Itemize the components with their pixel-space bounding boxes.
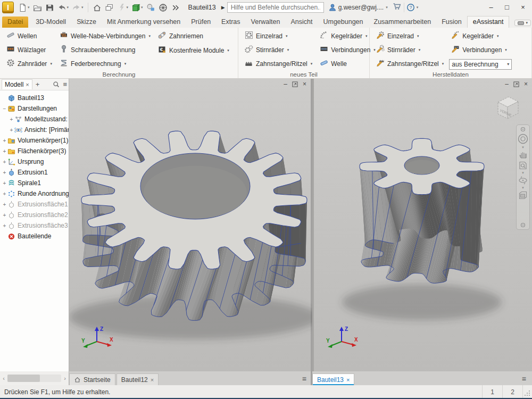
close-icon[interactable]: × [151, 377, 154, 383]
material-icon[interactable]: ▾ [130, 3, 144, 13]
more-commands-icon[interactable] [170, 3, 181, 13]
ribbon-tab-datei[interactable]: Datei [2, 16, 28, 28]
document-tab-bauteil13[interactable]: Bauteil13× [312, 373, 354, 385]
ribbon-tab-mit-anmerkung-versehen[interactable]: Mit Anmerkung versehen [102, 16, 186, 28]
zahnriemen-button[interactable]: Zahnriemen [156, 30, 231, 43]
tree-item-bauteil13[interactable]: Bauteil13 [0, 93, 69, 103]
tree-item-fl-chenk-rper-3[interactable]: +Flächenkörper(3) [0, 146, 69, 156]
expander-icon[interactable]: + [2, 212, 7, 218]
gear-small-icon[interactable] [520, 127, 526, 132]
expander-icon[interactable]: + [2, 180, 7, 186]
help-button[interactable]: ? ▾ [406, 3, 419, 12]
restore-button[interactable] [292, 81, 298, 87]
gear-small-icon[interactable] [520, 222, 526, 228]
status-pane-1[interactable]: 1 [482, 385, 502, 399]
minimize-button[interactable]: – [284, 81, 287, 87]
einzelrad-button[interactable]: Einzelrad▾ [374, 30, 446, 42]
tree-item-bauteilende[interactable]: Bauteilende [0, 231, 69, 242]
close-button[interactable]: × [303, 81, 306, 87]
kostenfreie-module-button[interactable]: €Kostenfreie Module▾ [156, 44, 231, 57]
expander-icon[interactable]: + [2, 191, 7, 197]
render-icon[interactable] [157, 3, 169, 13]
tree-item-ursprung[interactable]: +Ursprung [0, 156, 69, 167]
w-lzlager-button[interactable]: Wälzlager [4, 44, 54, 56]
minimize-button[interactable]: – [484, 2, 498, 13]
document-tab-bauteil12[interactable]: Bauteil12× [117, 373, 159, 385]
browser-horizontal-scrollbar[interactable]: ‹ › [0, 371, 69, 385]
store-cart-button[interactable] [392, 2, 402, 13]
pan-hand-icon[interactable] [518, 150, 528, 160]
einzelrad-button[interactable]: Einzelrad▾ [243, 30, 314, 42]
viewport-left[interactable]: – × Z Y X [69, 79, 312, 371]
ribbon-tab-eassistant[interactable]: eAssistant [467, 16, 510, 28]
tree-item-runde-anordnung1[interactable]: +Runde Anordnung1 [0, 188, 69, 199]
redo-icon[interactable]: ▾ [71, 3, 85, 13]
document-tab-startseite[interactable]: Startseite [69, 373, 115, 385]
zahnr-der-button[interactable]: Zahnräder▾ [4, 57, 54, 70]
expander-icon[interactable]: + [9, 127, 14, 133]
view-cube[interactable]: VORNE [491, 93, 525, 123]
close-icon[interactable]: × [26, 81, 29, 88]
ribbon-tab-skizze[interactable]: Skizze [71, 16, 102, 28]
tree-item-extrusionsfl-che2[interactable]: +Extrusionsfläche2 [0, 210, 69, 220]
tree-item-extrusionsfl-che1[interactable]: +Extrusionsfläche1 [0, 199, 69, 210]
kegelr-der-button[interactable]: Kegelräder▾ [318, 30, 378, 42]
account-menu[interactable]: g.weser@gwj.... ▾ [328, 3, 388, 12]
new-file-icon[interactable]: ▾ [17, 3, 31, 13]
ribbon-display-toggle[interactable]: ▾ [514, 20, 531, 26]
zoom-window-icon[interactable] [518, 161, 528, 170]
chevron-down-icon[interactable]: ▼ [521, 171, 525, 174]
close-icon[interactable]: × [346, 377, 350, 383]
chevron-down-icon[interactable]: ▼ [521, 186, 525, 189]
save-icon[interactable] [44, 3, 55, 13]
ribbon-tab-pr-fen[interactable]: Prüfen [186, 16, 216, 28]
search-icon[interactable] [53, 81, 60, 88]
expander-icon[interactable]: + [2, 223, 7, 229]
tab-menu-icon[interactable]: ≡ [522, 375, 526, 383]
search-input[interactable] [227, 2, 324, 13]
ribbon-tab-ansicht[interactable]: Ansicht [285, 16, 318, 28]
ribbon-tab-umgebungen[interactable]: Umgebungen [318, 16, 368, 28]
tree-item-ansicht-prim-r[interactable]: +Ansicht: [Primär [0, 124, 69, 135]
app-logo-icon[interactable]: I [2, 2, 14, 13]
schraubenberechnung-button[interactable]: Schraubenberechnung [57, 44, 153, 56]
minimize-button[interactable]: – [505, 81, 509, 87]
orbit-icon[interactable] [518, 176, 528, 185]
welle-button[interactable]: Welle [318, 57, 378, 70]
home-icon[interactable] [92, 3, 103, 13]
ribbon-tab-zusammenarbeiten[interactable]: Zusammenarbeiten [369, 16, 437, 28]
ribbon-tab-fusion[interactable]: Fusion [436, 16, 467, 28]
tree-item-spirale1[interactable]: +Spirale1 [0, 178, 69, 188]
verbindungen-button[interactable]: Verbindungen▾ [318, 44, 378, 56]
verbindungen-button[interactable]: Verbindungen▾ [449, 44, 512, 56]
expand-arrow-icon[interactable]: ▶ [221, 5, 225, 10]
status-pane-2[interactable]: 2 [502, 385, 522, 399]
close-button[interactable]: × [516, 2, 530, 13]
undo-icon[interactable]: ▾ [56, 3, 70, 13]
tree-item-extrusion1[interactable]: +Extrusion1 [0, 167, 69, 178]
herstelldaten-source-combobox[interactable]: aus Berechnung▾ [449, 59, 512, 70]
ribbon-tab-extras[interactable]: Extras [216, 16, 245, 28]
menu-icon[interactable]: ≡ [63, 80, 67, 88]
zahnstange-ritzel-button[interactable]: Zahnstange/Ritzel▾ [243, 57, 314, 70]
stirnr-der-button[interactable]: Stirnräder▾ [243, 44, 314, 56]
appearance-icon[interactable] [145, 3, 156, 13]
expander-icon[interactable]: + [2, 148, 7, 154]
navigation-wheel-icon[interactable] [517, 133, 529, 145]
ribbon-tab-3d-modell[interactable]: 3D-Modell [30, 16, 71, 28]
switch-window-icon[interactable] [104, 3, 115, 13]
close-button[interactable]: × [524, 81, 528, 87]
kegelr-der-button[interactable]: Kegelräder▾ [449, 30, 512, 42]
zahnstange-ritzel-button[interactable]: Zahnstange/Ritzel▾ [374, 57, 446, 70]
tree-item-modellzustand[interactable]: +Modellzustand: [ [0, 114, 69, 124]
scrollbar-thumb[interactable] [7, 375, 40, 382]
ilogic-icon[interactable]: ▾ [116, 3, 130, 13]
expander-icon[interactable]: + [2, 202, 7, 207]
expander-icon[interactable]: + [2, 138, 7, 144]
scroll-left-icon[interactable]: ‹ [1, 375, 6, 381]
look-at-icon[interactable] [518, 190, 528, 200]
federberechnung-button[interactable]: Federberechnung▾ [57, 57, 153, 70]
add-tab-button[interactable]: + [35, 80, 41, 88]
expander-icon[interactable]: + [9, 117, 14, 122]
scroll-right-icon[interactable]: › [62, 375, 68, 381]
